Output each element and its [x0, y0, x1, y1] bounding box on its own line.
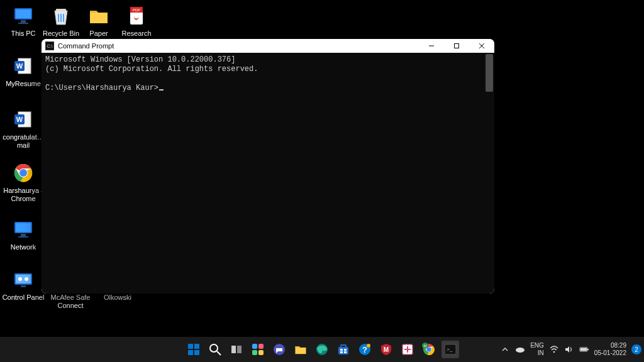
desktop-icon-control-panel[interactable]: Control Panel — [0, 267, 47, 302]
desktop-icon-label: Research — [121, 30, 151, 38]
taskbar-chat-button[interactable] — [270, 341, 288, 358]
svg-rect-27 — [455, 44, 459, 48]
svg-text:H: H — [423, 344, 426, 348]
desktop-icon-congratulat-mail[interactable]: W congratulat… mail — [0, 107, 47, 150]
terminal-prompt: C:\Users\Harshaurya Kaur> — [45, 84, 158, 92]
desktop-icon-label: Recycle Bin — [43, 30, 79, 38]
snip-icon — [401, 343, 414, 356]
terminal-line: (c) Microsoft Corporation. All rights re… — [45, 65, 258, 74]
scrollbar-thumb[interactable] — [486, 54, 493, 92]
cmd-icon: >_ — [443, 343, 457, 356]
desktop-icon-harshaurya-chrome[interactable]: Harshaurya - Chrome — [0, 160, 47, 203]
recycle-icon — [48, 3, 74, 28]
svg-rect-38 — [252, 344, 257, 349]
svg-marker-67 — [565, 346, 569, 353]
word-icon: W — [11, 53, 36, 79]
taskbar-cmd-button[interactable]: >_ — [441, 341, 459, 358]
taskbar-store-button[interactable] — [335, 341, 352, 358]
language-indicator[interactable]: ENG IN — [530, 342, 544, 357]
folder-icon — [294, 343, 308, 356]
svg-rect-48 — [340, 351, 343, 353]
taskbar-mcafee-button[interactable]: M — [377, 341, 395, 358]
taskbar: ?MH>_ ENG IN 08:29 05-01-2022 2 — [0, 337, 644, 362]
titlebar[interactable]: C:\ Command Prompt — [42, 39, 494, 53]
widgets-icon — [251, 343, 265, 356]
svg-text:>_: >_ — [447, 346, 453, 353]
svg-point-66 — [553, 351, 555, 353]
terminal-line: Microsoft Windows [Version 10.0.22000.37… — [45, 55, 235, 64]
svg-rect-41 — [258, 350, 264, 355]
svg-line-35 — [217, 351, 221, 355]
clock[interactable]: 08:29 05-01-2022 — [594, 342, 626, 357]
svg-text:W: W — [16, 116, 23, 123]
svg-rect-4 — [56, 9, 66, 11]
taskbar-edge-button[interactable] — [313, 341, 331, 358]
store-icon — [336, 343, 350, 356]
svg-rect-19 — [21, 234, 26, 236]
svg-rect-33 — [194, 350, 199, 355]
folder-icon — [86, 3, 111, 28]
edge-icon — [315, 343, 329, 356]
svg-rect-18 — [16, 223, 31, 232]
svg-rect-36 — [231, 346, 236, 353]
tray-overflow-button[interactable] — [500, 346, 510, 353]
taskbar-taskview-button[interactable] — [228, 341, 245, 358]
wifi-icon[interactable] — [549, 346, 559, 353]
battery-glyph-icon — [579, 346, 589, 353]
chrome-icon — [11, 160, 36, 185]
desktop-icon-label: Harshaurya - Chrome — [0, 187, 47, 203]
desktop-icon-label: McAfee Safe Connect — [47, 293, 94, 310]
clock-date: 05-01-2022 — [594, 349, 626, 357]
system-tray: ENG IN 08:29 05-01-2022 2 — [500, 342, 641, 357]
taskbar-widgets-button[interactable] — [249, 341, 267, 358]
svg-rect-31 — [194, 344, 199, 349]
svg-rect-3 — [18, 23, 28, 24]
desktop-icon-myresume[interactable]: W MyResume — [0, 53, 47, 88]
volume-icon[interactable] — [564, 346, 574, 353]
close-button[interactable] — [469, 39, 494, 53]
chevron-up-icon — [502, 346, 508, 353]
svg-rect-32 — [188, 350, 193, 355]
maximize-button[interactable] — [444, 39, 469, 53]
svg-rect-2 — [21, 20, 26, 23]
desktop-icon-research[interactable]: PDF Research — [113, 3, 160, 38]
terminal-cursor — [159, 89, 164, 90]
terminal-body[interactable]: Microsoft Windows [Version 10.0.22000.37… — [42, 53, 494, 293]
svg-rect-1 — [16, 9, 31, 18]
window-title: Command Prompt — [58, 42, 114, 50]
svg-text:W: W — [16, 62, 23, 70]
wifi-glyph-icon — [550, 346, 558, 353]
svg-rect-22 — [16, 275, 31, 283]
taskbar-explorer-button[interactable] — [292, 341, 309, 358]
svg-rect-45 — [341, 345, 346, 348]
onedrive-icon[interactable] — [515, 346, 525, 353]
minimize-button[interactable] — [419, 39, 444, 53]
taskbar-search-button[interactable] — [206, 341, 224, 358]
taskbar-help-button[interactable]: ? — [356, 341, 374, 358]
svg-text:?: ? — [362, 345, 367, 354]
pdf-icon: PDF — [124, 3, 149, 28]
desktop-icon-label: This PC — [11, 30, 35, 38]
taskbar-chrome-button[interactable]: H — [420, 341, 438, 358]
chat-icon — [272, 343, 286, 356]
svg-point-52 — [367, 344, 370, 348]
chrome-icon: H — [422, 343, 436, 356]
svg-rect-49 — [344, 351, 347, 353]
language-top: ENG — [530, 342, 544, 349]
svg-rect-39 — [258, 344, 264, 349]
notification-badge[interactable]: 2 — [631, 344, 641, 354]
word-icon: W — [11, 107, 36, 132]
taskbar-start-button[interactable] — [185, 341, 203, 358]
battery-icon[interactable] — [579, 346, 589, 353]
monitor-icon — [11, 3, 36, 28]
desktop-icon-label: Paper — [89, 30, 108, 38]
svg-rect-70 — [580, 348, 587, 351]
svg-rect-25 — [21, 285, 26, 287]
taskbar-snip-button[interactable] — [399, 341, 416, 358]
search-icon — [208, 343, 222, 356]
desktop-icon-label: congratulat… mail — [0, 133, 47, 150]
svg-rect-69 — [587, 349, 589, 350]
svg-point-24 — [25, 277, 28, 281]
desktop-icon-network[interactable]: Network — [0, 217, 47, 251]
clock-time: 08:29 — [611, 342, 626, 349]
